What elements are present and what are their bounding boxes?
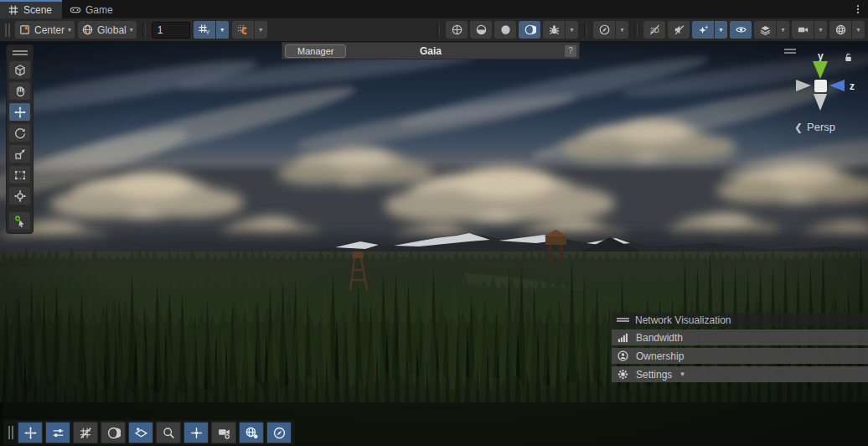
network-panel-drag-handle[interactable] bbox=[617, 318, 629, 322]
chevron-down-icon: ▾ bbox=[819, 27, 822, 34]
person-icon bbox=[617, 350, 629, 362]
lock-icon[interactable] bbox=[843, 52, 854, 63]
axis-y-label: y bbox=[818, 50, 824, 62]
moon-button[interactable] bbox=[519, 21, 540, 39]
gaia-window-titlebar[interactable]: Manager Gaia ? bbox=[282, 42, 580, 60]
rotate-tool-button[interactable] bbox=[8, 123, 31, 143]
chevron-down-icon: ▾ bbox=[130, 27, 133, 34]
axis-z-cone[interactable] bbox=[829, 80, 845, 91]
tab-scene[interactable]: Scene bbox=[0, 0, 62, 18]
world-settings-button[interactable] bbox=[239, 422, 264, 443]
toolbar-drag-handle[interactable] bbox=[5, 23, 10, 37]
tools-overlay bbox=[6, 44, 34, 234]
audio-mute-icon bbox=[673, 23, 685, 36]
gizmo-sphere-icon bbox=[834, 23, 847, 36]
gizmo-center-cube[interactable] bbox=[814, 80, 827, 92]
sphere-half-button[interactable] bbox=[470, 21, 492, 39]
scene-grid-icon bbox=[8, 4, 19, 16]
sphere-filled-button[interactable] bbox=[494, 21, 516, 39]
tools-overlay-drag-handle[interactable] bbox=[13, 48, 28, 59]
network-item-bandwidth[interactable]: Bandwidth bbox=[612, 329, 868, 345]
visibility-eye-icon bbox=[735, 23, 747, 36]
chevron-down-icon: ▾ bbox=[220, 27, 224, 34]
move-tool-button[interactable] bbox=[18, 422, 43, 443]
tab-bar: SceneGame bbox=[0, 0, 868, 18]
spawner-diamond-button[interactable] bbox=[128, 422, 153, 443]
layers-icon bbox=[759, 23, 772, 36]
custom-tool-button[interactable] bbox=[8, 211, 31, 231]
snap-magnet-icon bbox=[236, 23, 249, 36]
audio-mute-button[interactable] bbox=[668, 21, 690, 39]
network-item-label: Ownership bbox=[636, 350, 684, 362]
camera-record-icon bbox=[217, 426, 231, 440]
sliders-icon bbox=[51, 426, 65, 440]
projection-label: Persp bbox=[807, 121, 835, 133]
kebab-menu-icon[interactable] bbox=[848, 0, 868, 18]
visibility-eye-button[interactable] bbox=[730, 21, 752, 39]
gizmo-sphere-button[interactable] bbox=[829, 21, 851, 39]
compass-button[interactable] bbox=[593, 21, 615, 39]
sliders-button[interactable] bbox=[45, 422, 70, 443]
snap-magnet-button[interactable] bbox=[232, 21, 254, 39]
network-item-label: Bandwidth bbox=[636, 332, 683, 344]
chevron-left-icon: ❮ bbox=[794, 122, 803, 133]
custom-tool-icon bbox=[13, 215, 27, 228]
network-item-ownership[interactable]: Ownership bbox=[612, 348, 868, 364]
compass-button[interactable] bbox=[266, 422, 292, 443]
toolbar-separator bbox=[142, 23, 146, 37]
orientation-gizmo[interactable]: y z ❮ Persp bbox=[779, 47, 866, 141]
transform-tool-button[interactable] bbox=[8, 186, 31, 205]
chevron-down-icon: ▾ bbox=[570, 27, 573, 34]
magnifier-button[interactable] bbox=[156, 422, 181, 443]
manager-button[interactable]: Manager bbox=[285, 44, 346, 58]
compass-dropdown-button[interactable]: ▾ bbox=[616, 21, 628, 39]
sphere-wireframe-button[interactable] bbox=[446, 21, 468, 39]
axis-neg-y-cone[interactable] bbox=[814, 94, 827, 111]
bottom-overlay-drag-handle[interactable] bbox=[8, 426, 13, 439]
layers-button[interactable] bbox=[754, 21, 776, 39]
toolbar-separator bbox=[584, 23, 587, 37]
network-item-settings[interactable]: Settings▾ bbox=[612, 366, 868, 382]
pivot-orientation-button[interactable]: Global ▾ bbox=[78, 21, 137, 39]
grid-off-button[interactable] bbox=[73, 422, 98, 443]
rotate-tool-icon bbox=[13, 127, 27, 140]
axis-y-cone[interactable] bbox=[813, 61, 828, 79]
hand-pan-button[interactable] bbox=[8, 81, 31, 101]
axis-x-cone[interactable] bbox=[796, 80, 811, 91]
scene-viewport[interactable]: Manager Gaia ? y z ❮ Persp bbox=[0, 42, 868, 446]
effects-dropdown-button[interactable]: ▾ bbox=[715, 21, 727, 39]
bug-dropdown-button[interactable]: ▾ bbox=[566, 21, 578, 39]
projection-toggle[interactable]: ❮ Persp bbox=[794, 121, 835, 133]
rect-tool-button[interactable] bbox=[8, 165, 31, 184]
gizmo-overlay-drag-handle[interactable] bbox=[784, 49, 796, 54]
grid-axis-dropdown-button[interactable]: ▾ bbox=[216, 21, 229, 39]
camera-record-button[interactable] bbox=[211, 422, 236, 443]
effects-button[interactable] bbox=[692, 21, 714, 39]
grid-size-input[interactable] bbox=[152, 22, 190, 39]
snap-point-icon bbox=[189, 426, 204, 440]
toolbar-separator bbox=[634, 23, 638, 37]
snap-magnet-dropdown-button[interactable]: ▾ bbox=[255, 21, 267, 39]
layers-dropdown-button[interactable]: ▾ bbox=[777, 21, 789, 39]
snap-point-button[interactable] bbox=[183, 422, 209, 443]
bug-button[interactable] bbox=[543, 21, 565, 39]
camera-view-button[interactable] bbox=[792, 21, 814, 39]
scale-tool-button[interactable] bbox=[8, 144, 31, 163]
tab-label: Game bbox=[85, 4, 113, 16]
move-tool-icon bbox=[13, 106, 27, 119]
chevron-down-icon: ▾ bbox=[620, 27, 623, 34]
view-cube-button[interactable] bbox=[8, 60, 31, 80]
help-button[interactable]: ? bbox=[565, 45, 576, 57]
network-panel-header[interactable]: Network Visualization bbox=[612, 313, 868, 327]
tab-game[interactable]: Game bbox=[62, 0, 123, 18]
2d-toggle-button[interactable]: 2D bbox=[643, 21, 665, 39]
gizmo-sphere-dropdown-button[interactable]: ▾ bbox=[852, 21, 865, 39]
scale-tool-icon bbox=[13, 148, 27, 161]
pivot-mode-button[interactable]: Center ▾ bbox=[15, 21, 75, 39]
moon-button[interactable] bbox=[101, 422, 126, 443]
grid-axis-button[interactable]: Y bbox=[194, 21, 215, 39]
move-tool-button[interactable] bbox=[8, 102, 31, 122]
scene-view-toolbar: Center ▾ Global ▾ Y▾▾ ▾ ▾ 2D▾▾▾▾ bbox=[0, 18, 868, 42]
camera-view-dropdown-button[interactable]: ▾ bbox=[814, 21, 827, 39]
network-item-label: Settings bbox=[636, 369, 672, 381]
